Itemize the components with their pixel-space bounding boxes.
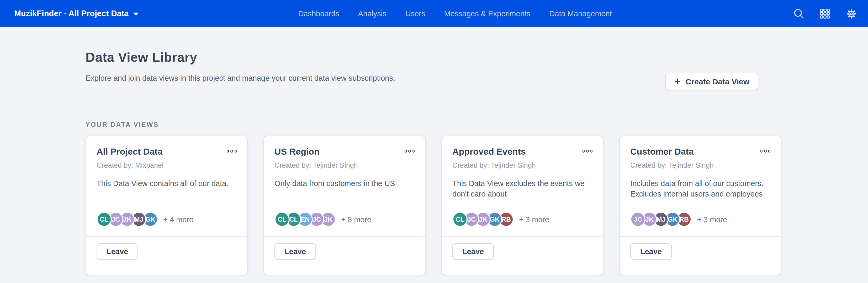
- nav-item-dashboards[interactable]: Dashboards: [298, 9, 339, 18]
- settings-gear-icon: [845, 8, 857, 20]
- leave-button[interactable]: Leave: [97, 243, 138, 260]
- data-view-card: Approved Events Created by: Tejinder Sin…: [441, 136, 603, 275]
- main-content: Data View Library Explore and join data …: [0, 50, 868, 275]
- settings-button[interactable]: [845, 7, 858, 20]
- card-menu-button[interactable]: [226, 147, 237, 154]
- avatar-row: CL JC JK MJ GK + 4 more: [97, 212, 237, 227]
- card-footer: Leave: [264, 236, 425, 275]
- page: MuzikFinder · All Project Data Dashboard…: [0, 0, 868, 283]
- card-created-by: Created by: Tejinder Singh: [275, 162, 414, 169]
- avatar-more-label: + 4 more: [163, 215, 193, 223]
- nav-item-users[interactable]: Users: [405, 9, 425, 18]
- avatar: CL: [97, 212, 112, 227]
- ellipsis-icon: [760, 150, 770, 152]
- ellipsis-icon: [582, 150, 592, 152]
- card-footer: Leave: [86, 236, 247, 275]
- page-subtitle: Explore and join data views in this proj…: [86, 74, 395, 82]
- data-view-card: Customer Data Created by: Tejinder Singh…: [619, 136, 781, 275]
- ellipsis-icon: [226, 150, 237, 152]
- avatar: CL: [453, 212, 468, 227]
- avatar: CL: [275, 212, 290, 227]
- card-menu-button[interactable]: [404, 147, 414, 154]
- apps-grid-button[interactable]: [819, 7, 831, 20]
- create-data-view-label: Create Data View: [686, 77, 749, 86]
- card-description: This Data View contains all of our data.: [97, 178, 237, 189]
- topbar-icons: [793, 7, 858, 20]
- card-title: Approved Events: [453, 147, 526, 157]
- card-footer: Leave: [442, 236, 603, 275]
- card-footer: Leave: [620, 236, 781, 275]
- leave-button[interactable]: Leave: [453, 243, 494, 260]
- section-label-your-data-views: YOUR DATA VIEWS: [86, 121, 781, 129]
- topbar: MuzikFinder · All Project Data Dashboard…: [0, 0, 868, 27]
- page-header: Data View Library Explore and join data …: [86, 50, 781, 82]
- avatar-more-label: + 3 more: [697, 215, 727, 223]
- search-button[interactable]: [793, 7, 805, 20]
- card-menu-button[interactable]: [760, 147, 770, 154]
- card-body: All Project Data Created by: Mixpanel Th…: [86, 136, 247, 236]
- leave-button[interactable]: Leave: [630, 243, 672, 260]
- card-title: Customer Data: [630, 147, 694, 157]
- avatar-row: JC JK MJ GK RB + 3 more: [630, 212, 770, 227]
- card-description: Includes data from all of our customers.…: [630, 178, 770, 200]
- main-nav: Dashboards Analysis Users Messages & Exp…: [118, 9, 793, 18]
- nav-item-data-management[interactable]: Data Management: [549, 9, 612, 18]
- card-body: Approved Events Created by: Tejinder Sin…: [442, 136, 603, 236]
- data-view-card: US Region Created by: Tejinder Singh Onl…: [264, 136, 426, 275]
- card-description: Only data from customers in the US: [275, 178, 414, 189]
- card-created-by: Created by: Tejinder Singh: [453, 162, 592, 169]
- page-header-text: Data View Library Explore and join data …: [86, 50, 395, 82]
- leave-button[interactable]: Leave: [275, 243, 316, 260]
- project-switcher-label: MuzikFinder · All Project Data: [14, 9, 129, 19]
- plus-icon: +: [675, 78, 680, 85]
- avatar: JC: [630, 212, 646, 227]
- ellipsis-icon: [404, 150, 414, 152]
- avatar-row: CL JC JK GK RB + 3 more: [453, 212, 592, 227]
- avatar-row: CL CL EN JC JK + 8 more: [275, 212, 414, 227]
- card-body: US Region Created by: Tejinder Singh Onl…: [264, 136, 425, 236]
- nav-item-messages-experiments[interactable]: Messages & Experiments: [444, 9, 531, 18]
- page-title: Data View Library: [86, 50, 395, 65]
- create-data-view-button[interactable]: + Create Data View: [666, 73, 758, 90]
- card-menu-button[interactable]: [582, 147, 592, 154]
- card-created-by: Created by: Tejinder Singh: [630, 162, 770, 169]
- data-view-cards-row: All Project Data Created by: Mixpanel Th…: [86, 136, 781, 275]
- card-description: This Data View excludes the events we do…: [453, 178, 592, 200]
- apps-grid-icon: [819, 8, 831, 20]
- card-created-by: Created by: Mixpanel: [97, 162, 237, 169]
- search-icon: [793, 8, 805, 20]
- data-view-card: All Project Data Created by: Mixpanel Th…: [86, 136, 248, 275]
- nav-item-analysis[interactable]: Analysis: [358, 9, 386, 18]
- avatar-more-label: + 8 more: [341, 215, 371, 223]
- avatar-more-label: + 3 more: [519, 215, 549, 223]
- card-title: US Region: [275, 147, 319, 157]
- card-title: All Project Data: [97, 147, 162, 157]
- card-body: Customer Data Created by: Tejinder Singh…: [620, 136, 781, 236]
